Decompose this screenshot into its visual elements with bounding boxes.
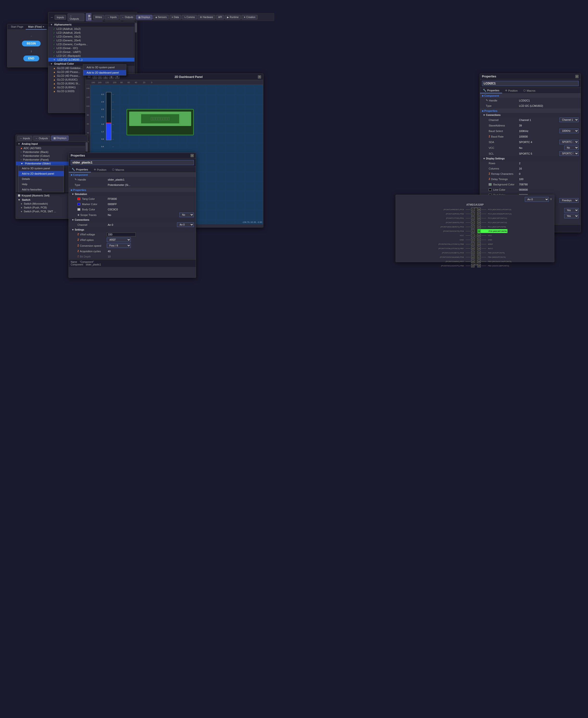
tree-item-lcd-adafruit-16x2[interactable]: ✓ LCD (Adafruit, 16x2) — [48, 27, 134, 31]
baud-select-value: 100KHz — [518, 130, 560, 132]
tree-item-lcd-generic-config[interactable]: ✓ LCD (Generic, Configura... — [48, 42, 134, 46]
top-data-btn[interactable]: ≡ Data — [170, 15, 181, 20]
pot-handle-input[interactable]: slider_plastic1 — [71, 160, 194, 165]
ctx-add-favourites[interactable]: Add to favourites — [19, 187, 64, 192]
channel-select[interactable]: Channel 1 — [560, 118, 579, 122]
glcd-icon: ▲ — [53, 82, 56, 85]
props-close-btn[interactable]: × — [575, 75, 579, 78]
tree-item-lcd-i2c-lcm160[interactable]: ▼ LCD I2C (LCM160...) — [48, 58, 134, 62]
chip-pin-right-vcc: 22VCC — [477, 233, 492, 237]
ctx-add-2d[interactable]: Add to 2D dashboard panel — [19, 171, 64, 176]
baud-select-label: Baud Select — [482, 130, 518, 132]
item-label: LCD (Generic, 20x4) — [57, 39, 81, 42]
slider-bar[interactable] — [106, 92, 111, 140]
tree-item-lcd-generic-16x2[interactable]: ✓ LCD (Generic, 16x2) — [48, 35, 134, 39]
vref-voltage-row: Z VRef voltage — [69, 232, 196, 237]
outputs-btn[interactable]: ← Outputs — [68, 14, 84, 21]
ctx-help[interactable]: Help — [19, 182, 64, 187]
tree-item-lcd-generic-20x4[interactable]: ✓ LCD (Generic, 20x4) — [48, 39, 134, 42]
tree-item-lcd-adafruit-20x4[interactable]: ✓ LCD (Adafruit, 20x4) — [48, 31, 134, 35]
pot-tab-properties[interactable]: 🔧 Properties — [69, 167, 91, 172]
end-node[interactable]: END — [23, 56, 39, 61]
columns-value: 16 — [518, 167, 579, 170]
analog-displays-btn[interactable]: ▦ Displays — [51, 135, 69, 141]
chip-pin-left-7: VCC7 — [460, 233, 475, 237]
top-api-btn[interactable]: API — [216, 15, 224, 20]
chip-pin-right-23-highlighted[interactable]: 23PC0 (ADC0/PCINT8) — [477, 229, 508, 233]
conv-speed-label: Z Conversion speed — [71, 244, 107, 247]
top-runtime-btn[interactable]: ▶ Runtime — [225, 15, 241, 20]
inputs-btn[interactable]: Inputs — [55, 15, 66, 20]
pot-tab-macros[interactable]: ⬡ Macros — [109, 167, 127, 172]
dropdown-chevron-icon[interactable]: ∨ — [550, 197, 552, 202]
chip-pin-right-26: 26PC3 (ADC3/PCINT11) — [477, 216, 507, 220]
analog-inputs-btn[interactable]: → Inputs — [17, 136, 32, 141]
console-data-select[interactable]: Yes — [564, 208, 579, 213]
columns-label: Columns — [482, 167, 518, 170]
chip-body — [475, 208, 477, 265]
tab-properties[interactable]: 🔧 Properties — [480, 88, 502, 93]
expand-arrow-alpha[interactable]: ▼ — [50, 23, 53, 26]
acq-cycles-row: Z Acquisition cycles 40 — [69, 249, 196, 254]
expand-arrow-glcd[interactable]: ▼ — [50, 63, 53, 65]
begin-node[interactable]: BEGIN — [22, 41, 41, 46]
ctx-details[interactable]: Details — [19, 176, 64, 182]
tree-item-lcd-i2c-backpack[interactable]: ✓ LCD I2C (Backpack) — [48, 54, 134, 58]
font-select[interactable]: Fixedsys — [560, 198, 579, 203]
lcd-canvas-component[interactable] — [126, 109, 194, 135]
pot-channel-select[interactable]: An 0 — [177, 223, 194, 227]
context-item-add-3d[interactable]: Add to 3D system panel — [83, 65, 126, 70]
top-inputs-btn[interactable]: → Inputs — [105, 15, 119, 20]
expand-arrow-analog[interactable]: ▼ — [18, 143, 21, 145]
pot-tab-position[interactable]: ✛ Position — [91, 167, 109, 172]
top-writes-btn[interactable]: Writes — [93, 15, 104, 20]
tab-main-flow[interactable]: Main (Flow) × — [26, 24, 47, 29]
ruler-horizontal: 160 140 120 100 80 60 40 20 0 — [86, 80, 263, 85]
line-color-value: 000000 — [518, 188, 579, 191]
vref-option-select[interactable]: AREF — [107, 237, 131, 242]
expand-icon: ▼ — [21, 162, 24, 165]
right-pins-container: 28PC5 (ADC5/SCL/PCINT13) 27PC4 (ADC4/SDA… — [477, 208, 511, 268]
item-label: Keypad (Numeric 3x4) — [22, 194, 49, 197]
pot-channel-val: An 0 — [107, 224, 177, 226]
vref-voltage-input[interactable] — [107, 233, 135, 236]
scope-traces-select[interactable]: Yes — [564, 214, 579, 218]
analog-outputs-btn[interactable]: ← Outputs — [33, 136, 50, 141]
baud-select-dropdown[interactable]: 100KHz — [560, 129, 579, 133]
tree-item-lcd-grove-i2c[interactable]: ✓ LCD (Grove - I2C) — [48, 46, 134, 50]
macros-icon: ⬡ — [523, 89, 526, 92]
v-mark: 140 — [86, 87, 89, 89]
scrollbar-thumb[interactable] — [135, 23, 137, 33]
scl-select[interactable]: SPORTC 5 — [560, 151, 579, 156]
top-displays-btn[interactable]: ▦ Displays — [136, 15, 152, 20]
top-creation-btn[interactable]: ✦ Creation — [241, 15, 257, 20]
handle-value: LCDI2C1 — [518, 99, 579, 102]
tab-position[interactable]: ✛ Position — [502, 88, 520, 93]
top-hardware-btn[interactable]: ⚙ Hardware — [198, 15, 215, 20]
tab-start-page[interactable]: Main (Flow) Start Page — [8, 24, 26, 29]
tree-item-lcd-grove-uart[interactable]: ✓ LCD (Grove - UART) — [48, 50, 134, 54]
ctx-add-3d[interactable]: Add to 3D system panel — [19, 166, 64, 171]
context-item-add-2d[interactable]: Add to 2D dashboard panel — [83, 70, 126, 75]
tree-item-adc-ad7680[interactable]: ■ ADC (AD7680) — [16, 146, 85, 150]
conv-speed-select[interactable]: Fosc / 8 — [107, 243, 131, 248]
chip-channel-dropdown[interactable]: An 0 — [525, 197, 549, 202]
scale-val: 3.3 — [98, 93, 104, 96]
sda-select[interactable]: SPORTC 4 — [560, 140, 579, 144]
stop-delay-select[interactable]: No — [564, 146, 579, 150]
scale-val: 2.9 — [98, 101, 104, 103]
slave-addr-value: 39 — [518, 124, 579, 127]
pot-handle-row: ✎ Handle slider_plastic1 — [69, 177, 196, 182]
component-section-header: ■ Component — [480, 93, 581, 98]
scrollbar-thumb[interactable] — [86, 142, 87, 152]
tab-macros[interactable]: ⬡ Macros — [520, 88, 538, 93]
pot-props-close-btn[interactable]: × — [190, 154, 194, 157]
pot-scope-select[interactable]: No — [180, 213, 194, 217]
top-sensors-btn[interactable]: ◈ Sensors — [153, 15, 169, 20]
top-outputs-btn[interactable]: ← Outputs — [120, 15, 135, 20]
properties-section-header: ■ Properties — [480, 109, 581, 113]
top-comms-btn[interactable]: ∿ Comms — [182, 15, 197, 20]
scale-val: 1.6 — [98, 123, 104, 125]
dashboard-close-btn[interactable]: × — [258, 75, 261, 79]
props-handle-input[interactable] — [482, 81, 579, 86]
